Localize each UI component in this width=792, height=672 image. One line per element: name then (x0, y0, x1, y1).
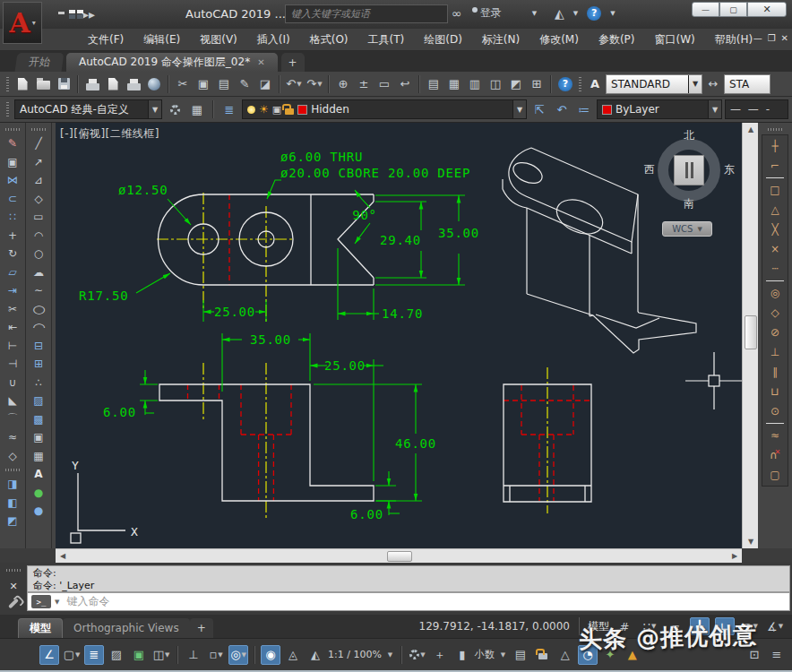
layer-states-button[interactable]: ≔ (574, 99, 594, 119)
scroll-up-icon[interactable]: ▲ (744, 123, 758, 136)
snap-apparent-intersection-button[interactable]: × (764, 239, 786, 259)
workspace-dropdown[interactable]: AutoCAD 经典-自定义 ▼ (14, 99, 162, 119)
chevron-down-icon[interactable]: ▼ (512, 100, 526, 118)
snap-insertion-button[interactable]: ⊔ (764, 382, 786, 401)
tab-new-drawing[interactable]: + (281, 53, 305, 72)
trim-button[interactable]: ✂ (2, 300, 23, 319)
wipeout-button[interactable]: ● (28, 502, 49, 521)
zoom-realtime-button[interactable]: ± (354, 74, 374, 94)
snap-node-button[interactable]: ⊙ (764, 401, 786, 421)
annotation-scale-dropdown[interactable]: ▼ (384, 645, 395, 665)
selection-cycling-button[interactable]: ▣ (129, 645, 149, 665)
layer-previous-button[interactable]: ↶ (552, 99, 572, 119)
layer-properties-button[interactable]: ≣ (220, 99, 239, 119)
compass-east[interactable]: 东 (724, 162, 735, 177)
array-button[interactable]: ∷ (2, 208, 23, 227)
break-at-point-button[interactable]: ⊢ (2, 337, 23, 356)
help-button[interactable]: ? (555, 74, 575, 94)
ucs-icon[interactable]: Y X (71, 459, 138, 543)
compass-west[interactable]: 西 (644, 162, 655, 177)
snap-from-button[interactable]: ⌐ (764, 156, 786, 176)
snap-parallel-button[interactable]: ∥ (764, 362, 786, 382)
polygon-button[interactable]: ◇ (28, 190, 49, 209)
menu-file[interactable]: 文件(F) (79, 30, 133, 50)
menu-edit[interactable]: 编辑(E) (134, 30, 189, 50)
command-close-icon[interactable]: ✕ (9, 581, 17, 592)
compass-north[interactable]: 北 (684, 128, 694, 143)
sheet-set-manager-button[interactable]: ◫ (486, 74, 505, 94)
revcloud-button[interactable]: ☁ (28, 263, 49, 282)
search-input[interactable]: 键入关键字或短语 (285, 4, 448, 23)
menu-insert[interactable]: 插入(I) (248, 30, 299, 50)
transparency-button[interactable]: ▨ (107, 645, 126, 665)
sign-in-button[interactable]: 登录 (480, 5, 502, 21)
help-dropdown-icon[interactable]: ▼ (610, 10, 615, 17)
copy-tool-button[interactable]: ▣ (2, 153, 23, 172)
horizontal-scrollbar[interactable]: ◀ ▶ (56, 548, 742, 563)
toolbar-grip[interactable] (5, 128, 20, 131)
osnap-settings-button[interactable]: ▢ (764, 465, 786, 485)
snap-quadrant-button[interactable]: ◇ (764, 303, 786, 323)
paste-button[interactable]: ▤ (214, 74, 234, 94)
ellipse-arc-button[interactable]: ◠ (28, 318, 49, 337)
layer-thaw-icon[interactable]: ☀ (259, 103, 269, 116)
qat-expand-button[interactable]: ▸▸ (82, 7, 95, 22)
point-button[interactable]: ∴ (28, 374, 49, 392)
snap-endpoint-button[interactable]: □ (764, 180, 786, 200)
view-cube-top-face[interactable] (674, 155, 704, 185)
chevron-down-icon[interactable]: ▼ (688, 75, 702, 93)
table-button[interactable]: ▦ (28, 447, 49, 466)
rotate-button[interactable]: ↻ (2, 245, 23, 263)
menu-parametric[interactable]: 参数(P) (590, 30, 644, 50)
blend-curves-button[interactable]: ≈ (2, 428, 23, 447)
chevron-down-icon[interactable]: ▼ (75, 651, 80, 659)
linetype-dropdown[interactable]: — — - (725, 99, 788, 119)
move-button[interactable]: + (2, 227, 23, 246)
customization-button[interactable]: ≡ (767, 645, 787, 665)
gradient-button[interactable]: ▩ (28, 410, 49, 429)
mirror-button[interactable]: ⋈ (2, 171, 23, 190)
toolbar-grip[interactable] (6, 102, 9, 116)
tab-document[interactable]: AutoCAD 2019 命令操作图层_02* ✕ (66, 53, 278, 72)
units-ruler-icon-button[interactable]: ▮ (452, 645, 472, 665)
menu-modify[interactable]: 修改(M) (530, 30, 588, 50)
menu-view[interactable]: 视图(V) (191, 30, 246, 50)
my-workspace-button[interactable]: ▦ (187, 99, 207, 119)
match-properties-button[interactable]: ✎ (235, 74, 254, 94)
scroll-down-icon[interactable]: ▼ (744, 535, 758, 548)
horizontal-scroll-thumb[interactable] (387, 551, 412, 562)
restore-button[interactable]: ▢ (719, 2, 747, 17)
close-button[interactable]: ✕ (747, 2, 787, 17)
command-dropdown-icon[interactable]: ▼ (55, 599, 59, 606)
ellipse-button[interactable]: ○ (28, 300, 49, 319)
doc-close-button[interactable]: ✕ (781, 33, 788, 43)
donut-button[interactable]: ● (28, 484, 49, 503)
scroll-left-icon[interactable]: ◀ (56, 549, 70, 563)
viewport-controls[interactable]: [-][俯视][二维线框] (60, 126, 159, 142)
units-dropdown[interactable]: ▼ (497, 645, 508, 665)
toolbar-grip[interactable] (31, 128, 46, 131)
application-menu-button[interactable]: A▾ (3, 2, 42, 44)
search-binoculars-icon[interactable]: ∞ (452, 6, 462, 21)
sign-in-dropdown-icon[interactable]: ▼ (532, 10, 537, 17)
hatch-button[interactable]: ▨ (28, 392, 49, 410)
dynamic-ucs-button[interactable]: ⊥ (184, 645, 203, 665)
text-style-dropdown[interactable]: STANDARD ▼ (606, 74, 702, 94)
menu-dimension[interactable]: 标注(N) (473, 30, 529, 50)
snap-tangent-button[interactable]: ⊘ (764, 323, 786, 342)
fillet-button[interactable]: ⌒ (2, 410, 23, 429)
a360-icon[interactable]: ◭ (555, 6, 564, 21)
zoom-window-button[interactable]: ▭ (374, 74, 394, 94)
graphics-performance-button[interactable]: △ (555, 645, 575, 665)
quick-calc-button[interactable]: ⊞ (527, 74, 547, 94)
publish-button[interactable] (124, 74, 143, 94)
new-button[interactable] (13, 74, 32, 94)
3d-dwf-button[interactable] (144, 74, 164, 94)
command-history[interactable]: 命令: 命令: '_Layer (27, 565, 790, 592)
command-grip[interactable] (6, 569, 21, 572)
annotation-monitor-button[interactable]: ＋ (430, 645, 450, 665)
command-input[interactable]: >_ ▼ 键入命令 (27, 592, 790, 611)
arc-button[interactable]: ◠ (28, 227, 49, 246)
tab-start[interactable]: 开始 (15, 53, 65, 72)
undo-button[interactable]: ↶▼ (284, 74, 304, 94)
